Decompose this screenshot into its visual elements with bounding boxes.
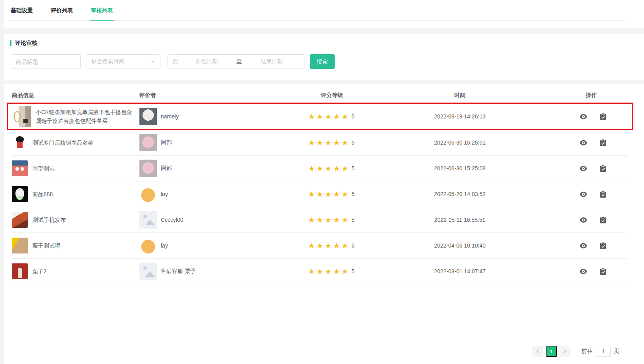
star-rating: ★★★★★ [308, 216, 348, 224]
star-icon: ★ [333, 191, 340, 198]
reviewer-name: 阿部 [161, 139, 172, 146]
reviewer-name: lay [161, 191, 168, 197]
audit-check-icon[interactable] [600, 113, 606, 120]
table-row: 商品888 lay ★★★★★ 5 2022-05-20 14:03:52 [12, 181, 627, 207]
next-page-button[interactable] [559, 346, 570, 357]
rating-value: 5 [351, 217, 354, 223]
star-icon: ★ [316, 268, 323, 275]
view-icon[interactable] [579, 217, 587, 223]
view-icon[interactable] [579, 166, 587, 172]
star-icon: ★ [325, 139, 332, 147]
star-icon: ★ [316, 113, 323, 120]
product-image [12, 212, 28, 228]
rating-value: 5 [351, 268, 354, 274]
product-title: 栗子2 [32, 267, 47, 276]
star-icon: ★ [308, 242, 315, 250]
page-number-button[interactable]: 1 [546, 346, 557, 357]
audit-check-icon[interactable] [600, 268, 606, 275]
reviewer-avatar [139, 263, 157, 280]
table-body: 小CK链条加粗加宽单肩腋下包手提包金属链子改造替换包包配件单买 namely ★… [12, 103, 627, 284]
star-icon: ★ [308, 191, 315, 198]
reviewer-avatar [139, 211, 157, 229]
star-icon: ★ [333, 242, 340, 250]
review-time: 2022-05-20 14:03:52 [434, 191, 486, 197]
star-icon: ★ [308, 165, 315, 172]
star-icon: ★ [316, 191, 323, 198]
star-icon: ★ [341, 268, 348, 275]
star-icon: ★ [341, 113, 348, 120]
view-icon[interactable] [579, 269, 587, 274]
product-image [12, 135, 28, 151]
product-image [12, 186, 28, 202]
star-icon: ★ [325, 165, 332, 172]
star-icon: ★ [333, 165, 340, 172]
search-button[interactable]: 搜索 [310, 54, 335, 69]
reviewer-avatar [139, 134, 157, 151]
star-icon: ★ [325, 191, 332, 198]
star-icon: ★ [333, 113, 340, 120]
audit-check-icon[interactable] [600, 216, 606, 224]
header-rating: 评分等级 [308, 92, 400, 99]
star-icon: ★ [333, 268, 340, 275]
view-icon[interactable] [579, 243, 587, 249]
start-date-input[interactable]: 开始日期 [179, 58, 235, 65]
tab-review-list[interactable]: 评价列表 [50, 7, 74, 21]
date-separator: 至 [235, 58, 244, 65]
header-reviewer: 评价者 [139, 92, 308, 99]
rating-value: 5 [351, 242, 354, 249]
product-title: 阿部测试 [32, 164, 55, 173]
view-icon[interactable] [579, 140, 587, 146]
table-row: 测试多门店核销商品名称 阿部 ★★★★★ 5 2022-06-30 15:25:… [12, 130, 627, 156]
clock-icon [173, 59, 179, 65]
star-icon: ★ [341, 139, 348, 147]
star-icon: ★ [341, 165, 348, 172]
table-row: 小CK链条加粗加宽单肩腋下包手提包金属链子改造替换包包配件单买 namely ★… [12, 103, 627, 130]
review-time: 2022-06-30 15:25:51 [434, 139, 486, 146]
product-image [12, 263, 28, 279]
section-title-text: 评论审核 [15, 40, 37, 47]
search-panel: 评论审核 是否搜索时间 开始日期 至 结束日期 搜索 [4, 34, 644, 80]
goto-label: 前往 [581, 348, 593, 355]
star-icon: ★ [316, 165, 323, 172]
star-rating: ★★★★★ [308, 191, 348, 198]
star-rating: ★★★★★ [308, 139, 348, 147]
tab-audit-list[interactable]: 审核列表 [90, 7, 114, 21]
table-row: 栗子2 售后客服-栗子 ★★★★★ 5 2022-03-01 14:07:47 [12, 259, 627, 284]
header-time: 时间 [400, 92, 519, 99]
star-icon: ★ [341, 242, 348, 250]
view-icon[interactable] [579, 114, 587, 120]
star-rating: ★★★★★ [308, 113, 348, 120]
table-row: 测试手机发布 Ccccyl00 ★★★★★ 5 2022-05-11 16:55… [12, 207, 627, 233]
star-icon: ★ [341, 191, 348, 198]
star-rating: ★★★★★ [308, 268, 348, 275]
date-range-picker[interactable]: 开始日期 至 结束日期 [168, 54, 305, 69]
product-title: 小CK链条加粗加宽单肩腋下包手提包金属链子改造替换包包配件单买 [36, 108, 135, 125]
review-time: 2022-08-19 14:26:13 [434, 113, 486, 120]
reviewer-name: 售后客服-栗子 [161, 268, 196, 275]
audit-check-icon[interactable] [600, 139, 606, 147]
audit-check-icon[interactable] [600, 242, 606, 250]
reviewer-name: 阿部 [161, 165, 172, 172]
product-title-input[interactable] [11, 54, 81, 69]
star-icon: ★ [316, 139, 323, 147]
reviewer-avatar [139, 185, 157, 203]
view-icon[interactable] [579, 191, 587, 197]
reviewer-name: Ccccyl00 [161, 217, 183, 223]
rating-value: 5 [351, 165, 354, 172]
reviewer-name: namely [161, 113, 179, 120]
page-input[interactable] [596, 346, 611, 357]
product-title: 栗子测试呢 [32, 241, 60, 250]
time-search-select[interactable]: 是否搜索时间 [86, 54, 160, 69]
tab-basic-settings[interactable]: 基础设置 [10, 7, 34, 21]
star-icon: ★ [333, 216, 340, 224]
review-time: 2022-03-01 14:07:47 [434, 268, 486, 274]
select-placeholder: 是否搜索时间 [91, 58, 124, 65]
star-icon: ★ [316, 216, 323, 224]
product-title: 测试多门店核销商品名称 [32, 138, 93, 147]
audit-check-icon[interactable] [600, 165, 606, 172]
end-date-input[interactable]: 结束日期 [244, 58, 300, 65]
star-icon: ★ [325, 242, 332, 250]
review-time: 2022-04-06 10:10:40 [434, 242, 486, 249]
audit-check-icon[interactable] [600, 191, 606, 198]
prev-page-button[interactable] [532, 346, 543, 357]
